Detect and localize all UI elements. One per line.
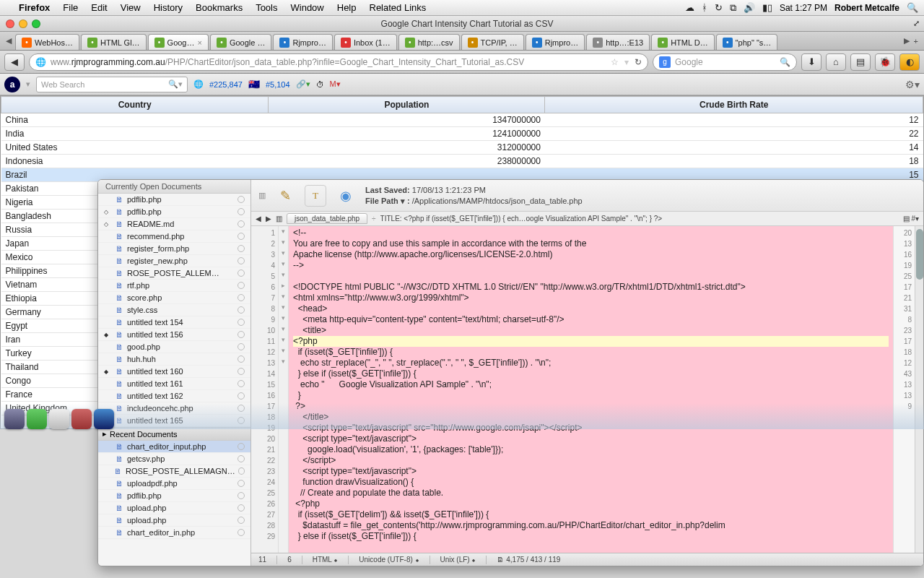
menu-tools[interactable]: Tools [256,2,277,13]
close-file-icon[interactable] [237,380,245,387]
close-file-icon[interactable] [237,331,245,338]
close-file-icon[interactable] [237,233,245,240]
search-icon[interactable]: 🔍 [780,57,790,67]
browser-tab[interactable]: •Rjmpro… [526,34,585,50]
stopwatch-icon[interactable]: ⏱ [316,80,324,89]
editor-tab[interactable]: json_data_table.php [287,213,367,224]
alexa-search[interactable]: Web Search 🔍▾ [36,77,188,92]
alexa-global-rank[interactable]: #225,847 [209,80,243,89]
menu-file[interactable]: File [63,2,78,13]
browser-tab[interactable]: •Rjmpro… [273,34,332,50]
status-encoding[interactable]: Unicode (UTF-8) ⬥ [359,556,419,564]
file-item[interactable]: 🗎pdflib.php [98,194,250,206]
menu-related-links[interactable]: Related Links [370,2,427,13]
gmail-icon[interactable]: M▾ [330,79,341,89]
file-item[interactable]: 🗎chart_editor_input.php [98,441,250,453]
dock[interactable] [0,403,924,429]
tab-scroll-left[interactable]: ◀ [6,36,12,46]
close-file-icon[interactable] [237,220,245,228]
table-row[interactable]: India124100000022 [1,127,923,141]
minimize-icon[interactable] [19,20,27,28]
dock-app-icon[interactable] [94,409,114,429]
file-item[interactable]: 🗎register_form.php [98,243,250,255]
dropbox-icon[interactable]: ☁ [685,2,694,13]
table-row[interactable]: Indonesia23800000018 [1,155,923,168]
file-item[interactable]: 🗎untitled text 154 [98,316,250,329]
file-item[interactable]: 🗎pdflib.php [98,490,250,502]
links-icon[interactable]: 🔗▾ [296,79,310,89]
file-item[interactable]: 🗎register_new.php [98,255,250,267]
close-file-icon[interactable] [237,269,245,277]
dock-app-icon[interactable] [27,409,47,429]
reload-icon[interactable]: ↻ [635,57,642,67]
file-item[interactable]: 🗎untitled text 162 [98,390,250,402]
close-file-icon[interactable] [237,455,245,462]
close-file-icon[interactable] [237,196,245,203]
timemachine-icon[interactable]: ↻ [715,2,723,13]
file-item[interactable]: 🗎recommend.php [98,230,250,243]
firebug-icon[interactable]: 🐞 [875,53,895,71]
addon-icon[interactable]: ◐ [899,53,920,71]
close-file-icon[interactable] [237,294,245,301]
file-item[interactable]: ◆🗎untitled text 156 [98,329,250,341]
menu-history[interactable]: History [154,2,183,13]
alexa-local-rank[interactable]: #5,104 [266,80,290,89]
browser-tab[interactable]: •http…:E13 [586,34,650,50]
file-item[interactable]: 🗎upload.php [98,502,250,514]
volume-icon[interactable]: 🔊 [744,2,755,13]
bookmark-icon[interactable]: ☆ [611,57,619,67]
dock-app-icon[interactable] [49,409,69,429]
table-row[interactable]: United States31200000014 [1,141,923,155]
close-file-icon[interactable] [237,282,245,289]
back-button[interactable]: ◀ [4,53,25,71]
file-path-value[interactable]: /Applications/MAMP/htdocs/json_data_tabl… [412,197,583,205]
file-item[interactable]: 🗎style.css [98,304,250,316]
file-item[interactable]: ◇🗎pdflib.php [98,206,250,218]
file-item[interactable]: ◆🗎untitled text 160 [98,366,250,378]
close-icon[interactable] [6,20,14,28]
close-file-icon[interactable] [237,529,245,536]
fullscreen-icon[interactable]: ⤢ [888,19,924,28]
status-lang[interactable]: HTML ⬥ [313,556,339,564]
code-area[interactable]: 1234567891011121314151617181920212223242… [251,226,923,553]
sidebar-toggle-icon[interactable]: ▥ [258,191,266,200]
file-item[interactable]: 🗎upload.php [98,514,250,527]
browser-tab[interactable]: •Goog…× [148,34,209,50]
app-menu[interactable]: Firefox [19,2,50,13]
status-line-ending[interactable]: Unix (LF) ⬥ [440,556,476,564]
user-menu[interactable]: Robert Metcalfe [834,3,899,13]
table-row[interactable]: China134700000012 [1,113,923,127]
close-file-icon[interactable] [237,392,245,400]
menu-help[interactable]: Help [337,2,357,13]
browser-tab[interactable]: •Google … [210,34,272,50]
battery-icon[interactable]: ▮▯ [762,2,772,13]
bluetooth-icon[interactable]: ᚼ [702,2,707,13]
breadcrumb[interactable]: TITLE: <?php if (isset($_GET['infile']))… [380,215,899,223]
browser-tab[interactable]: •TCP/IP, … [461,34,524,50]
file-item[interactable]: 🗎huh.huh [98,353,250,366]
file-item[interactable]: 🗎ROSE_POSTE_ALLEM… [98,267,250,280]
text-icon[interactable]: T [305,185,326,207]
file-item[interactable]: 🗎untitled text 161 [98,378,250,390]
col-country[interactable]: Country [1,97,269,113]
browser-tab[interactable]: •"php" "s… [716,34,778,50]
close-file-icon[interactable] [237,257,245,264]
file-item[interactable]: 🗎uploadpdf.php [98,478,250,490]
close-file-icon[interactable] [237,245,245,252]
alexa-icon[interactable]: a [4,77,20,92]
close-file-icon[interactable] [237,343,245,350]
menu-edit[interactable]: Edit [91,2,107,13]
dock-app-icon[interactable] [4,409,25,429]
browser-tab[interactable]: •HTML D… [651,34,715,50]
close-file-icon[interactable] [237,368,245,375]
search-field[interactable]: g Google 🔍 [653,53,797,71]
scrollbar[interactable] [915,226,923,553]
col-population[interactable]: Population [269,97,545,113]
nav-fwd-icon[interactable]: ▶ [266,215,271,223]
close-file-icon[interactable] [237,306,245,314]
file-item[interactable]: 🗎good.php [98,341,250,353]
dock-app-icon[interactable] [71,409,92,429]
file-item[interactable]: 🗎chart_editor_in.php [98,527,250,539]
download-icon[interactable]: ⬇ [801,53,821,71]
new-tab-icon[interactable]: + [914,37,918,46]
